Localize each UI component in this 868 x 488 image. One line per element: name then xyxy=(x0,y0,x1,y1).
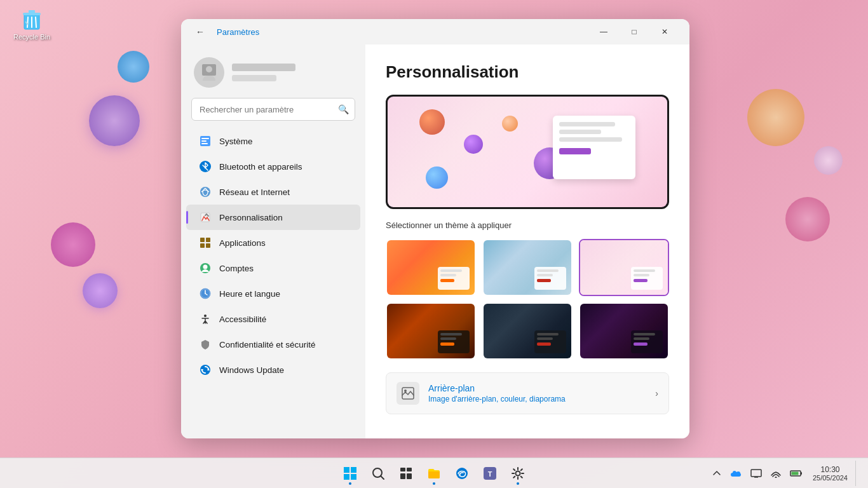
main-content: Personnalisation Séle xyxy=(365,44,689,438)
reseau-label: Réseau et Internet xyxy=(219,187,290,197)
personnalisation-label: Personnalisation xyxy=(219,213,283,222)
sidebar-item-personnalisation[interactable]: Personnalisation xyxy=(186,205,360,230)
avatar xyxy=(194,57,224,88)
tray-chevron[interactable] xyxy=(710,468,724,479)
theme-1-dark[interactable] xyxy=(386,302,476,360)
background-option-text: Arrière-plan Image d'arrière-plan, coule… xyxy=(428,383,646,403)
svg-rect-39 xyxy=(400,473,405,479)
theme-2-dark[interactable] xyxy=(482,302,573,360)
user-sub-bar xyxy=(232,75,276,81)
svg-line-5 xyxy=(36,17,36,27)
theme-grid xyxy=(386,239,669,360)
background-option[interactable]: Arrière-plan Image d'arrière-plan, coule… xyxy=(386,372,669,414)
sidebar-item-systeme[interactable]: Système xyxy=(186,128,360,154)
window-title: Paramètres xyxy=(217,27,259,37)
preview-planet-1 xyxy=(419,109,445,135)
windows-update-label: Windows Update xyxy=(219,365,284,375)
start-button[interactable] xyxy=(337,461,363,486)
search-taskbar-button[interactable] xyxy=(365,461,391,486)
sidebar-item-bluetooth[interactable]: Bluetooth et appareils xyxy=(186,154,360,179)
theme-2-light[interactable] xyxy=(482,239,573,296)
svg-point-30 xyxy=(404,390,407,392)
desktop-blob-6 xyxy=(785,197,830,241)
file-explorer-button[interactable] xyxy=(421,461,447,486)
close-button[interactable]: ✕ xyxy=(650,22,679,42)
desktop-blob-3 xyxy=(51,222,95,267)
theme-3-dark[interactable] xyxy=(579,302,669,360)
svg-rect-34 xyxy=(351,474,356,480)
tray-display[interactable] xyxy=(748,468,764,479)
desktop-blob-1 xyxy=(89,95,140,146)
svg-rect-31 xyxy=(344,467,349,473)
maximize-button[interactable]: □ xyxy=(620,22,649,42)
background-option-icon xyxy=(397,382,419,405)
comptes-icon xyxy=(199,262,212,274)
user-section xyxy=(181,52,365,98)
tray-battery[interactable] xyxy=(787,468,805,478)
search-box: 🔍 xyxy=(191,98,355,121)
sidebar-item-windows-update[interactable]: Windows Update xyxy=(186,357,360,383)
task-view-button[interactable] xyxy=(393,461,419,486)
sidebar-item-accessibilite[interactable]: Accessibilité xyxy=(186,306,360,332)
sidebar-item-confidentialite[interactable]: Confidentialité et sécurité xyxy=(186,332,360,357)
confidentialite-label: Confidentialité et sécurité xyxy=(219,340,316,349)
svg-line-36 xyxy=(381,476,384,479)
svg-rect-37 xyxy=(400,468,405,471)
sidebar-item-reseau[interactable]: Réseau et Internet xyxy=(186,179,360,205)
tray-cloud[interactable] xyxy=(728,468,744,479)
sidebar-item-heure[interactable]: Heure et langue xyxy=(186,281,360,306)
theme-2-dark-mockup xyxy=(534,330,566,353)
settings-taskbar-button[interactable] xyxy=(505,461,531,486)
settings-active-dot xyxy=(517,482,519,485)
theme-3-light[interactable] xyxy=(579,239,669,296)
sidebar-item-applications[interactable]: Applications xyxy=(186,230,360,255)
accessibilite-icon xyxy=(199,313,212,325)
bluetooth-label: Bluetooth et appareils xyxy=(219,162,302,172)
page-title: Personnalisation xyxy=(386,62,669,82)
tray-network[interactable] xyxy=(768,468,783,479)
desktop-blob-4 xyxy=(83,273,118,308)
system-tray: 10:30 25/05/2024 xyxy=(710,461,860,486)
explorer-active-dot xyxy=(433,482,435,485)
svg-line-3 xyxy=(27,17,28,27)
back-button[interactable]: ← xyxy=(191,23,209,41)
theme-2-light-mockup xyxy=(534,267,566,290)
theme-1-light-mockup xyxy=(438,267,470,290)
minimize-button[interactable]: — xyxy=(589,22,618,42)
svg-rect-18 xyxy=(206,243,210,248)
background-option-subtitle: Image d'arrière-plan, couleur, diaporama xyxy=(428,395,646,403)
theme-3-dark-mockup xyxy=(631,330,663,353)
comptes-label: Comptes xyxy=(219,264,254,273)
title-bar: ← Paramètres — □ ✕ xyxy=(181,19,689,44)
show-desktop-button[interactable] xyxy=(855,461,860,486)
svg-rect-51 xyxy=(791,471,798,475)
svg-point-48 xyxy=(775,477,776,478)
background-option-chevron: › xyxy=(655,388,658,398)
user-name-bar xyxy=(232,64,295,71)
sidebar-item-comptes[interactable]: Comptes xyxy=(186,255,360,281)
recycle-bin-label: Recycle Bin xyxy=(13,33,50,41)
reseau-icon xyxy=(199,186,212,198)
theme-preview xyxy=(386,95,669,209)
desktop-blob-5 xyxy=(747,89,804,146)
desktop-blob-7 xyxy=(814,146,843,175)
theme-1-light[interactable] xyxy=(386,239,476,296)
edge-button[interactable] xyxy=(449,461,475,486)
applications-label: Applications xyxy=(219,238,266,248)
recycle-bin[interactable]: Recycle Bin xyxy=(10,6,54,41)
search-input[interactable] xyxy=(191,98,355,121)
system-clock[interactable]: 10:30 25/05/2024 xyxy=(809,464,851,483)
accessibilite-label: Accessibilité xyxy=(219,315,266,324)
svg-rect-17 xyxy=(200,243,205,248)
svg-point-20 xyxy=(203,265,208,269)
svg-rect-16 xyxy=(206,238,210,242)
svg-rect-15 xyxy=(200,238,205,242)
user-info xyxy=(232,64,295,81)
desktop-blob-2 xyxy=(118,51,149,83)
windows-update-icon xyxy=(199,363,212,376)
svg-rect-40 xyxy=(407,473,412,479)
teams-button[interactable]: T xyxy=(477,461,503,486)
heure-label: Heure et langue xyxy=(219,289,280,299)
settings-body: 🔍 Système Bluetooth et appareils Rés xyxy=(181,44,689,438)
taskbar: T 10:30 25/05/2024 xyxy=(0,458,868,488)
